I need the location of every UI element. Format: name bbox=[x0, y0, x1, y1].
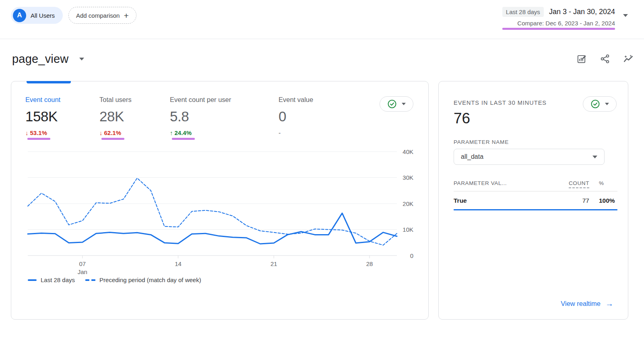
svg-text:28: 28 bbox=[366, 260, 373, 267]
arrow-up-icon: ↑ bbox=[170, 129, 173, 136]
metric-delta: ↓ 53.1% bbox=[25, 129, 99, 136]
svg-text:40K: 40K bbox=[402, 148, 413, 155]
metric-delta: ↓ 62.1% bbox=[99, 129, 170, 136]
parameter-name-select[interactable]: all_data bbox=[454, 149, 605, 165]
date-range-text: Jan 3 - Jan 30, 2024 bbox=[549, 8, 615, 16]
legend-preceding-period: Preceding period (match day of week) bbox=[85, 276, 201, 283]
svg-text:Jan: Jan bbox=[78, 268, 87, 275]
customize-report-icon[interactable] bbox=[576, 54, 588, 65]
parameter-value-table: PARAMETER VAL... COUNT % True 77 100% bbox=[454, 180, 617, 210]
table-row[interactable]: True 77 100% bbox=[454, 197, 617, 204]
metric-event-value[interactable]: Event value 0 - bbox=[279, 96, 343, 140]
metric-tabs: Event count 158K ↓ 53.1% Total users 28K… bbox=[11, 81, 428, 140]
page-title: page_view bbox=[12, 52, 68, 66]
chevron-down-icon bbox=[402, 103, 406, 105]
metric-event-count-per-user[interactable]: Event count per user 5.8 ↑ 24.4% bbox=[170, 96, 279, 140]
event-name-selector[interactable]: page_view bbox=[12, 52, 84, 66]
audience-chip-label: All Users bbox=[31, 12, 55, 19]
audience-chip-all-users[interactable]: A All Users bbox=[11, 7, 63, 24]
svg-text:21: 21 bbox=[270, 260, 277, 267]
event-trend-card: Event count 158K ↓ 53.1% Total users 28K… bbox=[11, 81, 429, 320]
svg-text:14: 14 bbox=[175, 260, 182, 267]
check-circle-icon bbox=[387, 99, 397, 109]
metric-delta: ↑ 24.4% bbox=[170, 129, 279, 136]
add-comparison-button[interactable]: Add comparison + bbox=[68, 7, 136, 24]
table-divider bbox=[454, 191, 617, 191]
annotation-underline bbox=[172, 138, 195, 140]
realtime-card: EVENTS IN LAST 30 MINUTES 76 PARAMETER N… bbox=[438, 81, 628, 320]
active-tab-indicator bbox=[27, 81, 71, 83]
svg-text:10K: 10K bbox=[402, 226, 413, 233]
realtime-event-count: 76 bbox=[454, 110, 617, 127]
metric-value: 158K bbox=[25, 108, 99, 125]
plus-icon: + bbox=[124, 11, 128, 20]
svg-text:07: 07 bbox=[79, 260, 86, 267]
arrow-down-icon: ↓ bbox=[99, 129, 103, 136]
dashed-line-swatch bbox=[85, 279, 95, 281]
report-header: page_view bbox=[0, 39, 644, 66]
solid-line-swatch bbox=[28, 279, 37, 281]
metric-delta: - bbox=[279, 129, 343, 137]
date-range-picker[interactable]: Last 28 days Jan 3 - Jan 30, 2024 Compar… bbox=[502, 7, 628, 30]
metric-value: 5.8 bbox=[170, 108, 279, 125]
check-circle-icon bbox=[590, 99, 600, 109]
chevron-down-icon bbox=[79, 58, 84, 60]
trend-line-chart[interactable]: 40K30K20K10K007Jan142128 bbox=[28, 148, 422, 277]
metric-value: 28K bbox=[99, 108, 170, 125]
arrow-down-icon: ↓ bbox=[25, 129, 29, 136]
svg-text:30K: 30K bbox=[402, 174, 413, 181]
metric-total-users[interactable]: Total users 28K ↓ 62.1% bbox=[99, 96, 170, 140]
insights-icon[interactable] bbox=[623, 54, 634, 65]
metric-label: Event count per user bbox=[170, 96, 279, 104]
data-quality-menu[interactable] bbox=[583, 96, 617, 112]
audience-avatar: A bbox=[13, 9, 26, 22]
chevron-down-icon bbox=[605, 103, 609, 105]
metric-label: Total users bbox=[99, 96, 170, 104]
metric-value: 0 bbox=[279, 108, 343, 125]
metric-label: Event count bbox=[25, 96, 99, 104]
date-preset-badge: Last 28 days bbox=[502, 7, 544, 17]
arrow-right-icon: → bbox=[605, 299, 613, 308]
parameter-name-label: PARAMETER NAME bbox=[454, 139, 617, 145]
column-header-parameter-value: PARAMETER VAL... bbox=[454, 180, 554, 186]
data-quality-menu[interactable] bbox=[380, 96, 413, 112]
compare-range-text: Compare: Dec 6, 2023 - Jan 2, 2024 bbox=[517, 20, 615, 27]
column-header-count[interactable]: COUNT bbox=[554, 180, 589, 186]
svg-text:0: 0 bbox=[410, 252, 413, 259]
legend-last-28-days: Last 28 days bbox=[28, 276, 75, 283]
add-comparison-label: Add comparison bbox=[76, 12, 120, 19]
view-realtime-link[interactable]: View realtime → bbox=[561, 299, 613, 308]
share-icon[interactable] bbox=[600, 54, 611, 65]
annotation-underline bbox=[101, 138, 124, 140]
column-header-percent: % bbox=[589, 180, 617, 186]
annotation-underline bbox=[27, 138, 50, 140]
metric-label: Event value bbox=[279, 96, 343, 104]
realtime-title: EVENTS IN LAST 30 MINUTES bbox=[454, 96, 547, 106]
chevron-down-icon bbox=[592, 156, 597, 158]
compare-highlight-underline bbox=[502, 28, 615, 30]
svg-text:20K: 20K bbox=[402, 200, 413, 207]
row-percent-bar bbox=[454, 209, 617, 210]
chevron-down-icon[interactable] bbox=[623, 14, 628, 17]
metric-event-count[interactable]: Event count 158K ↓ 53.1% bbox=[25, 96, 99, 140]
parameter-select-value: all_data bbox=[461, 153, 483, 160]
comparison-bar: A All Users Add comparison + Last 28 day… bbox=[0, 0, 644, 39]
chart-legend: Last 28 days Preceding period (match day… bbox=[28, 276, 201, 283]
